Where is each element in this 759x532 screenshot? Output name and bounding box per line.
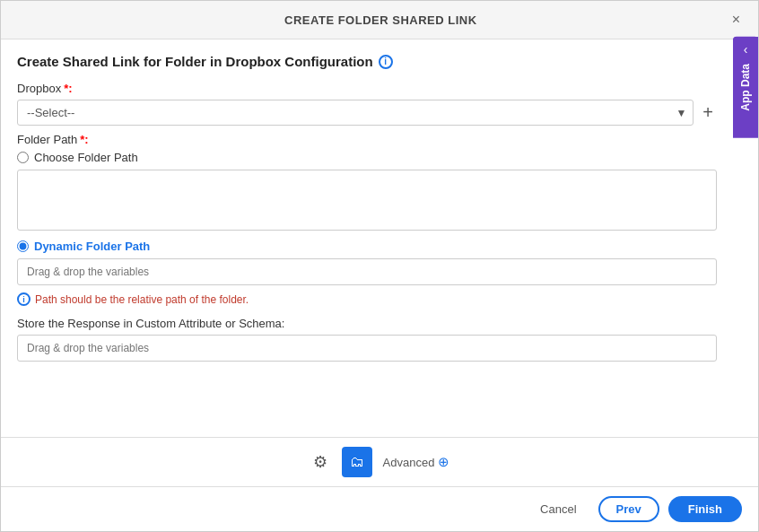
radio-choose-option: Choose Folder Path <box>17 151 717 164</box>
dropbox-field-row: --Select-- ▼ + <box>17 100 717 126</box>
dynamic-folder-label[interactable]: Dynamic Folder Path <box>34 240 150 253</box>
dropbox-select[interactable]: --Select-- <box>17 100 694 126</box>
folder-path-label: Folder Path *: <box>17 133 717 146</box>
advanced-button[interactable]: Advanced ⊕ <box>383 454 450 470</box>
choose-folder-radio[interactable] <box>17 152 29 163</box>
path-hint-info-icon: i <box>17 292 31 306</box>
gear-button[interactable]: ⚙ <box>310 449 331 475</box>
modal-container: CREATE FOLDER SHARED LINK × ‹ App Data C… <box>0 0 759 532</box>
modal-toolbar: ⚙ 🗂 Advanced ⊕ <box>1 437 758 486</box>
modal-header: CREATE FOLDER SHARED LINK × <box>1 1 758 39</box>
path-hint-text: Path should be the relative path of the … <box>35 293 249 306</box>
finish-button[interactable]: Finish <box>668 496 742 522</box>
dropbox-required: *: <box>64 82 72 95</box>
folder-path-required: *: <box>80 133 88 146</box>
modal-title: CREATE FOLDER SHARED LINK <box>35 13 727 27</box>
section-info-icon[interactable]: i <box>379 55 393 69</box>
dynamic-path-input[interactable] <box>17 258 717 285</box>
folder-icon: 🗂 <box>350 454 364 470</box>
folder-button[interactable]: 🗂 <box>342 447 372 477</box>
app-data-chevron[interactable]: ‹ <box>733 37 758 62</box>
prev-button[interactable]: Prev <box>598 496 659 522</box>
close-button[interactable]: × <box>727 10 746 30</box>
modal-body: Create Shared Link for Folder in Dropbox… <box>1 39 758 437</box>
dropbox-add-button[interactable]: + <box>699 102 717 123</box>
modal-actions: Cancel Prev Finish <box>1 486 758 531</box>
dropbox-field: Dropbox *: --Select-- ▼ + <box>17 82 717 126</box>
choose-folder-label[interactable]: Choose Folder Path <box>34 151 138 164</box>
chevron-left-icon: ‹ <box>744 42 748 57</box>
dynamic-folder-radio[interactable] <box>17 240 29 252</box>
store-response-label: Store the Response in Custom Attribute o… <box>17 317 717 330</box>
advanced-label: Advanced <box>383 456 435 469</box>
dropbox-label: Dropbox *: <box>17 82 717 95</box>
cancel-button[interactable]: Cancel <box>528 497 589 521</box>
radio-dynamic-option: Dynamic Folder Path <box>17 240 717 253</box>
path-hint-row: i Path should be the relative path of th… <box>17 292 717 306</box>
folder-browse-box <box>17 170 717 231</box>
store-response-input[interactable] <box>17 335 717 362</box>
advanced-plus-icon: ⊕ <box>438 454 449 470</box>
folder-path-section: Folder Path *: Choose Folder Path Dynami… <box>17 133 717 362</box>
section-title-row: Create Shared Link for Folder in Dropbox… <box>17 54 717 69</box>
section-title-text: Create Shared Link for Folder in Dropbox… <box>17 54 373 69</box>
dropbox-select-wrapper: --Select-- ▼ <box>17 100 694 126</box>
